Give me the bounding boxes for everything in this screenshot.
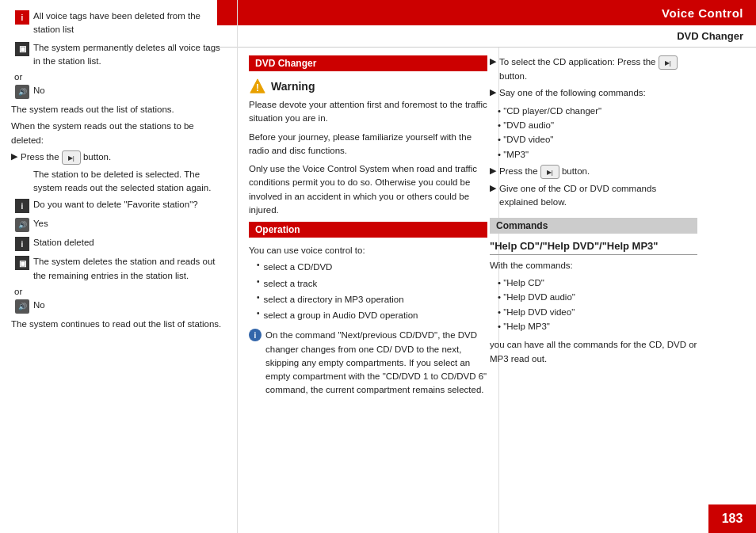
warning-para-3: Only use the Voice Control System when r… <box>249 162 487 217</box>
station-text: The station to be deleted is selected. T… <box>33 169 211 192</box>
bullet-dot: • <box>257 293 260 302</box>
i-red-icon: i <box>11 10 33 25</box>
operation-item-4: • select a group in Audio DVD operation <box>249 309 487 322</box>
info-text: On the command "Next/previous CD/DVD", t… <box>265 329 487 397</box>
page-number-box: 183 <box>708 504 756 533</box>
yes-label: Yes <box>33 217 226 230</box>
operation-item-2: • select a track <box>249 277 487 291</box>
warning-triangle-icon: ! <box>249 78 266 95</box>
commands-footer: you can have all the commands for the CD… <box>490 338 697 366</box>
arrow-icon: ▶ <box>11 150 17 162</box>
right-column: ▶ To select the CD application: Press th… <box>479 48 708 533</box>
list-item: ▣ The system permanently deletes all voi… <box>11 41 226 69</box>
arrow-icon: ▶ <box>490 86 496 97</box>
info-icon-deleted: i <box>15 237 29 251</box>
info-circle-icon: i <box>249 329 262 341</box>
list-item: i All voice tags have been deleted from … <box>11 10 226 37</box>
operation-bar: Operation <box>249 222 487 238</box>
speaker-icon: 🔊 <box>11 84 33 99</box>
op-item-text: select a track <box>264 277 487 291</box>
warning-para-2: Before your journey, please familiarize … <box>249 131 487 158</box>
footer-text: The system continues to read out the lis… <box>11 318 226 331</box>
bullet-dot: • <box>257 309 260 318</box>
arrow-icon: ▶ <box>490 55 496 67</box>
operation-intro: You can use voice control to: <box>249 244 487 257</box>
cmd-item-4: "Help MP3" <box>490 319 697 333</box>
cmd-item-2: "Help DVD audio" <box>490 290 697 304</box>
station-deleted-icon: i <box>11 236 33 251</box>
button-icon-1: ▶| <box>659 55 678 70</box>
speaker-icon-img: 🔊 <box>15 85 29 99</box>
right-arrow-1: ▶ To select the CD application: Press th… <box>490 55 697 83</box>
no-speaker-icon: 🔊 <box>11 299 33 314</box>
station-deleted-text: Station deleted <box>33 236 226 249</box>
system-deletes-row: ▣ The system deletes the station and rea… <box>11 255 226 283</box>
right-arrow-3: ▶ Press the ▶| button. <box>490 165 697 179</box>
arrow-icon: ▶ <box>490 182 496 193</box>
bullet-dot: • <box>257 277 260 286</box>
no-label-2: No <box>33 299 226 312</box>
button-icon-2: ▶| <box>540 165 559 179</box>
commands-section-bar: Commands <box>490 218 697 234</box>
commands-intro: With the commands: <box>490 259 697 272</box>
right-arrow-2: ▶ Say one of the following commands: <box>490 86 697 100</box>
cmd-item-1: "Help CD" <box>490 276 697 290</box>
yes-row: 🔊 Yes <box>11 217 226 232</box>
warning-label: Warning <box>271 80 315 93</box>
question-row: i Do you want to delete "Favorite statio… <box>11 198 226 213</box>
op-item-text: select a group in Audio DVD operation <box>264 309 487 322</box>
tape-deletes-img: ▣ <box>15 256 29 270</box>
tape-dark-icon: ▣ <box>15 42 29 56</box>
warning-header: ! Warning <box>249 78 487 95</box>
no-label: No <box>33 84 226 97</box>
item-text: The system permanently deletes all voice… <box>33 41 226 69</box>
speaker-no-icon: 🔊 <box>15 299 29 314</box>
header-title: Voice Control <box>662 6 743 20</box>
svg-text:!: ! <box>256 82 259 93</box>
bullet-dot: • <box>257 261 260 269</box>
give-commands-text: Give one of the CD or DVD commands expla… <box>499 182 697 210</box>
system-deletes-text: The system deletes the station and reads… <box>33 255 226 283</box>
say-item-1: "CD player/CD changer" <box>490 104 697 118</box>
body-text-2: When the system reads out the stations t… <box>11 120 226 147</box>
body-text-1: The system reads out the list of station… <box>11 103 226 116</box>
header-bar: Voice Control <box>217 0 756 25</box>
cmd-item-3: "Help DVD video" <box>490 305 697 319</box>
select-cd-text: To select the CD application: Press the … <box>499 55 697 83</box>
yes-speaker-icon: 🔊 <box>11 217 33 232</box>
info-icon-dark: i <box>15 199 29 213</box>
info-block: i On the command "Next/previous CD/DVD",… <box>249 329 487 397</box>
warning-para-1: Please devote your attention first and f… <box>249 98 487 126</box>
arrow-icon: ▶ <box>490 165 496 176</box>
say-item-2: "DVD audio" <box>490 118 697 132</box>
operation-item-1: • select a CD/DVD <box>249 261 487 274</box>
subheader-title: DVD Changer <box>677 30 743 42</box>
operation-item-3: • select a directory in MP3 operation <box>249 293 487 306</box>
say-commands-intro: Say one of the following commands: <box>499 86 697 100</box>
press-button-text-2: Press the ▶| button. <box>499 165 697 179</box>
page-number: 183 <box>722 512 743 526</box>
mid-column: DVD Changer ! Warning Please devote your… <box>238 48 499 533</box>
press-button-row: ▶ Press the ▶| button. <box>11 150 226 165</box>
button-icon: ▶| <box>62 150 81 165</box>
list-item: 🔊 No <box>11 84 226 99</box>
commands-heading: "Help CD"/"Help DVD"/"Help MP3" <box>490 240 697 255</box>
tape-deletes-icon: ▣ <box>11 255 33 270</box>
subheader-bar: DVD Changer <box>217 25 756 48</box>
tape-icon: ▣ <box>11 41 33 56</box>
say-item-4: "MP3" <box>490 147 697 162</box>
question-text: Do you want to delete "Favorite station"… <box>33 198 226 211</box>
no-row-2: 🔊 No <box>11 299 226 314</box>
say-item-3: "DVD video" <box>490 132 697 147</box>
item-text: All voice tags have been deleted from th… <box>33 10 226 37</box>
info-icon-cell: i <box>11 198 33 213</box>
info-icon-red: i <box>15 10 29 25</box>
speaker-yes-icon: 🔊 <box>15 218 29 232</box>
or-label-2: or <box>11 287 226 296</box>
op-item-text: select a CD/DVD <box>264 261 487 274</box>
station-deleted-row: i Station deleted <box>11 236 226 251</box>
or-label: or <box>11 72 226 82</box>
right-arrow-4: ▶ Give one of the CD or DVD commands exp… <box>490 182 697 210</box>
dvd-changer-bar: DVD Changer <box>249 55 487 71</box>
press-button-text: Press the ▶| button. <box>21 150 226 165</box>
